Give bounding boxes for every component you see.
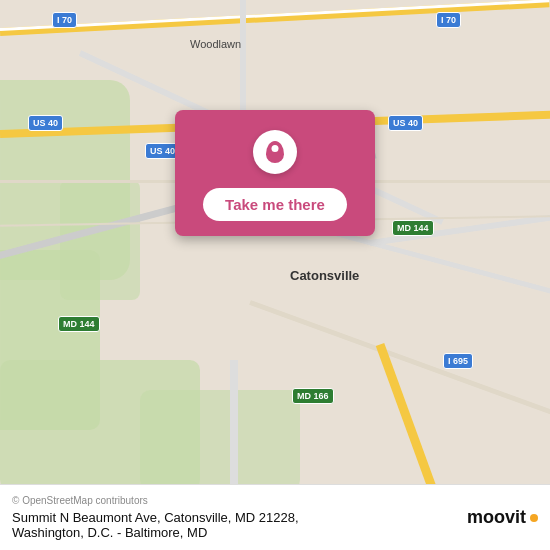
pin-dot <box>266 141 284 163</box>
bottom-bar: © OpenStreetMap contributors Summit N Be… <box>0 484 550 550</box>
shield-md144-left: MD 144 <box>58 316 100 332</box>
shield-us40-right: US 40 <box>388 115 423 131</box>
copyright-text: © OpenStreetMap contributors <box>12 495 467 506</box>
moovit-logo: moovit <box>467 507 538 528</box>
address-section: © OpenStreetMap contributors Summit N Be… <box>12 495 467 540</box>
park-area-5 <box>140 390 300 490</box>
shield-i70-right: I 70 <box>436 12 461 28</box>
moovit-text: moovit <box>467 507 526 528</box>
label-catonsville: Catonsville <box>290 268 359 283</box>
info-card: Take me there <box>175 110 375 236</box>
shield-i70-left: I 70 <box>52 12 77 28</box>
take-me-there-button[interactable]: Take me there <box>203 188 347 221</box>
shield-md166: MD 166 <box>292 388 334 404</box>
shield-md144-right: MD 144 <box>392 220 434 236</box>
address-line2: Washington, D.C. - Baltimore, MD <box>12 525 467 540</box>
shield-i695: I 695 <box>443 353 473 369</box>
moovit-dot <box>530 514 538 522</box>
map-container: Woodlawn Catonsville I 70 I 70 US 40 US … <box>0 0 550 550</box>
shield-us40-far-left: US 40 <box>28 115 63 131</box>
address-line1: Summit N Beaumont Ave, Catonsville, MD 2… <box>12 510 467 525</box>
park-area-3 <box>60 180 140 300</box>
location-pin-circle <box>253 130 297 174</box>
label-woodlawn: Woodlawn <box>190 38 241 50</box>
